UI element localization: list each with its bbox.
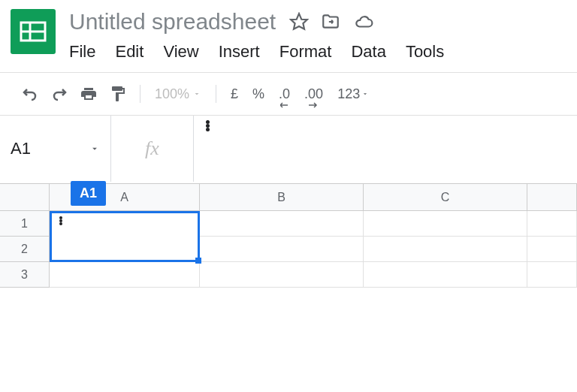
menu-view[interactable]: View: [163, 42, 198, 62]
menu-edit[interactable]: Edit: [115, 42, 143, 62]
currency-button[interactable]: £: [225, 80, 244, 107]
row-header-1[interactable]: 1: [0, 211, 50, 237]
cell-c3[interactable]: [364, 262, 527, 288]
cell-d1[interactable]: [527, 211, 577, 237]
print-button[interactable]: [75, 80, 102, 107]
cell-a3[interactable]: [50, 262, 200, 288]
dec-plus-label: .00: [304, 86, 323, 101]
cell-d3[interactable]: [527, 262, 577, 288]
column-header-b[interactable]: B: [200, 184, 364, 211]
select-all-corner[interactable]: [0, 184, 50, 211]
selection-fill-handle[interactable]: [195, 258, 201, 264]
row-header-3[interactable]: 3: [0, 262, 50, 288]
name-box[interactable]: [0, 116, 111, 182]
selection-box: [50, 211, 200, 262]
chevron-down-icon[interactable]: [89, 143, 100, 154]
row-header-2[interactable]: 2: [0, 237, 50, 262]
cell-b3[interactable]: [200, 262, 364, 288]
cell-c1[interactable]: [364, 211, 527, 237]
zoom-value: 100%: [155, 86, 189, 102]
sheets-logo: [11, 9, 56, 54]
menu-file[interactable]: File: [69, 42, 95, 62]
redo-button[interactable]: [46, 80, 73, 107]
active-cell-tag: A1: [71, 181, 106, 206]
paint-format-button[interactable]: [104, 80, 131, 107]
percent-button[interactable]: %: [246, 80, 270, 107]
menu-bar: File Edit View Insert Format Data Tools: [69, 42, 577, 62]
zoom-dropdown[interactable]: 100%: [149, 86, 207, 102]
cell-b2[interactable]: [200, 237, 364, 262]
menu-format[interactable]: Format: [279, 42, 332, 62]
fx-label: fx: [111, 116, 194, 182]
column-header-c[interactable]: C: [364, 184, 527, 211]
menu-insert[interactable]: Insert: [219, 42, 260, 62]
spreadsheet-grid[interactable]: A1 A B C 1 2 3: [0, 184, 577, 288]
name-box-input[interactable]: [11, 139, 78, 158]
move-icon[interactable]: [321, 12, 340, 32]
document-title[interactable]: Untitled spreadsheet: [69, 9, 276, 35]
dec-minus-label: .0: [279, 86, 290, 101]
decrease-decimal-button[interactable]: .0: [273, 80, 296, 107]
undo-button[interactable]: [17, 80, 44, 107]
cell-d2[interactable]: [527, 237, 577, 262]
more-formats-label: 123: [337, 86, 360, 102]
cell-b1[interactable]: [200, 211, 364, 237]
menu-tools[interactable]: Tools: [406, 42, 444, 62]
increase-decimal-button[interactable]: .00: [298, 80, 329, 107]
star-icon[interactable]: [289, 12, 309, 32]
menu-data[interactable]: Data: [351, 42, 385, 62]
cell-c2[interactable]: [364, 237, 527, 262]
cloud-status-icon[interactable]: [352, 12, 375, 32]
more-formats-button[interactable]: 123: [331, 80, 375, 107]
toolbar: 100% £ % .0 .00 123: [0, 73, 577, 115]
svg-marker-4: [291, 14, 307, 29]
column-header-d[interactable]: [527, 184, 577, 211]
formula-input[interactable]: [194, 116, 577, 182]
